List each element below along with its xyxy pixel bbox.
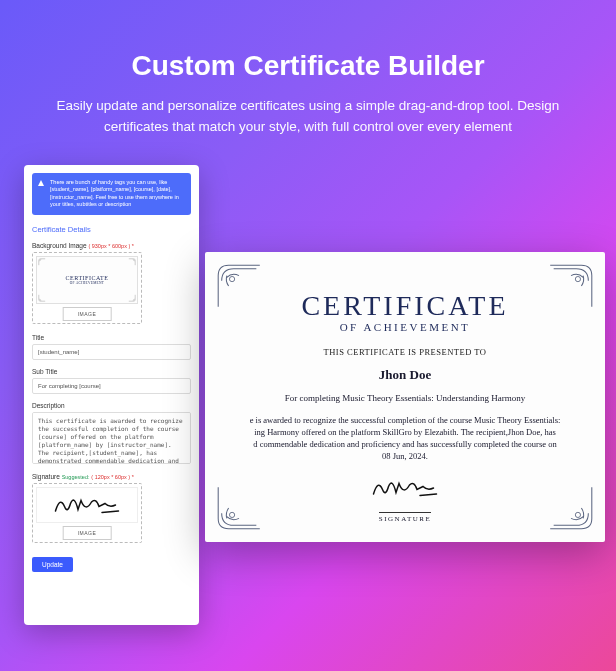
signature-image-button[interactable]: IMAGE (63, 526, 112, 540)
editor-panel: There are bunch of handy tags you can us… (24, 165, 199, 625)
certificate-preview: CERTIFICATE OF ACHIEVEMENT THIS CERTIFIC… (205, 252, 605, 542)
bg-image-button[interactable]: IMAGE (63, 307, 112, 321)
ornament-icon (213, 260, 265, 312)
update-button[interactable]: Update (32, 557, 73, 572)
signature-icon (47, 490, 127, 520)
section-title: Certificate Details (32, 225, 191, 234)
title-input[interactable] (32, 344, 191, 360)
subtitle-input[interactable] (32, 378, 191, 394)
ornament-icon (38, 258, 46, 266)
description-label: Description (32, 402, 191, 409)
description-textarea[interactable] (32, 412, 191, 464)
signature-thumbnail (36, 487, 138, 523)
cert-recipient-name: Jhon Doe (235, 367, 575, 383)
warning-icon (38, 180, 44, 186)
cert-for-line: For completing Music Theory Essentials: … (235, 393, 575, 403)
hero: Custom Certificate Builder Easily update… (0, 0, 616, 158)
bg-thumbnail: CERTIFICATE OF ACHIEVEMENT (36, 256, 138, 304)
signature-label: Signature Suggested: ( 120px * 60px ) * (32, 473, 191, 480)
ornament-icon (38, 294, 46, 302)
svg-point-2 (229, 512, 234, 517)
hero-title: Custom Certificate Builder (30, 50, 586, 82)
cert-body: e is awarded to recognize the successful… (235, 415, 575, 463)
svg-point-3 (575, 512, 580, 517)
ornament-icon (545, 260, 597, 312)
bg-image-dropzone[interactable]: CERTIFICATE OF ACHIEVEMENT IMAGE (32, 252, 142, 324)
svg-point-0 (229, 276, 234, 281)
ornament-icon (128, 258, 136, 266)
alert-text: There are bunch of handy tags you can us… (50, 179, 179, 207)
signature-dropzone[interactable]: IMAGE (32, 483, 142, 543)
cert-subtitle: OF ACHIEVEMENT (235, 321, 575, 333)
ornament-icon (128, 294, 136, 302)
ornament-icon (545, 482, 597, 534)
cert-signature-block: SIGNATURE (235, 473, 575, 525)
subtitle-label: Sub Title (32, 368, 191, 375)
hero-subtitle: Easily update and personalize certificat… (33, 96, 583, 138)
cert-signature-label: SIGNATURE (379, 512, 431, 523)
cert-title: CERTIFICATE (235, 290, 575, 322)
svg-point-1 (575, 276, 580, 281)
title-label: Title (32, 334, 191, 341)
signature-icon (365, 473, 445, 503)
info-alert: There are bunch of handy tags you can us… (32, 173, 191, 215)
ornament-icon (213, 482, 265, 534)
bg-image-label: Background Image ( 930px * 600px ) * (32, 242, 191, 249)
cert-presented-to: THIS CERTIFICATE IS PRESENTED TO (235, 347, 575, 357)
